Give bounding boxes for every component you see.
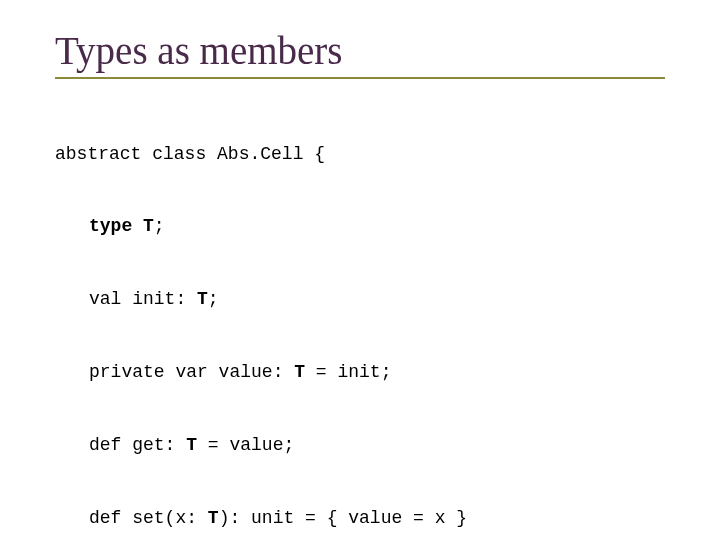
page-title: Types as members bbox=[55, 28, 665, 79]
code-block-1: abstract class Abs.Cell { type T; val in… bbox=[55, 93, 665, 540]
code-line: private var value: T = init; bbox=[55, 360, 665, 384]
code-line: def get: T = value; bbox=[55, 433, 665, 457]
code-line: val init: T; bbox=[55, 287, 665, 311]
code-line: def set(x: T): unit = { value = x } bbox=[55, 506, 665, 530]
code-line: type T; bbox=[55, 214, 665, 238]
code-line: abstract class Abs.Cell { bbox=[55, 142, 665, 166]
